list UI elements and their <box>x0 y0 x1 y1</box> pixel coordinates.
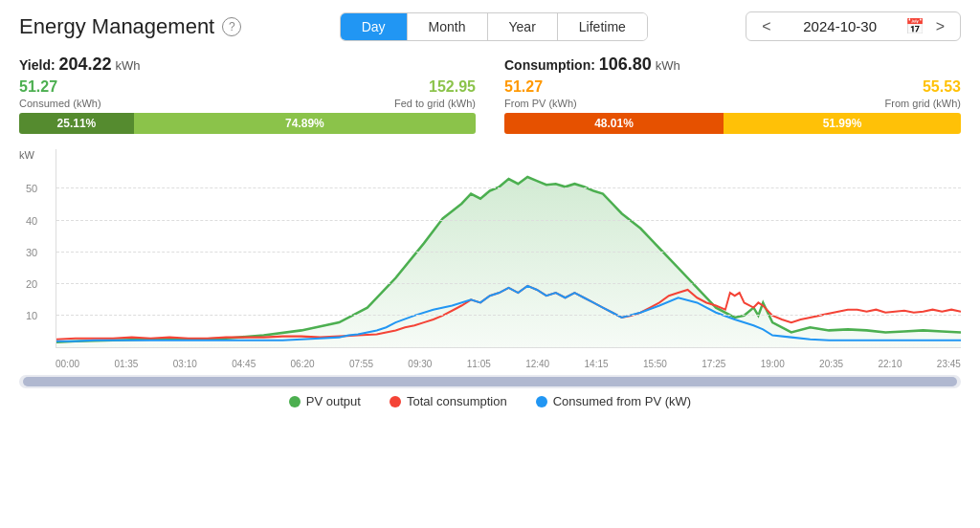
consumed-label: Consumed (kWh) <box>19 98 101 109</box>
tab-month[interactable]: Month <box>408 13 488 40</box>
x-axis-labels: 00:00 01:35 03:10 04:45 06:20 07:55 09:3… <box>56 359 961 369</box>
legend-pv-label: PV output <box>306 394 361 408</box>
consumption-bar-right: 51.99% <box>724 113 961 134</box>
date-prev-button[interactable]: < <box>758 18 774 35</box>
grid-value: 55.53 <box>923 78 961 96</box>
date-navigator: < 2024-10-30 📅 > <box>746 11 961 41</box>
chart-svg <box>56 149 961 347</box>
x-label-5: 07:55 <box>349 359 373 369</box>
page-title: Energy Management <box>19 14 214 39</box>
x-label-4: 06:20 <box>291 359 315 369</box>
pv-label: From PV (kWh) <box>504 98 577 109</box>
x-label-12: 19:00 <box>761 359 785 369</box>
legend-consumption-dot <box>390 396 401 407</box>
date-display: 2024-10-30 <box>783 18 898 34</box>
x-label-8: 12:40 <box>525 359 549 369</box>
legend-consumed-pv-label: Consumed from PV (kW) <box>553 394 691 408</box>
x-label-2: 03:10 <box>173 359 197 369</box>
x-label-13: 20:35 <box>819 359 843 369</box>
fed-value: 152.95 <box>429 78 476 96</box>
chart-plot-area: 50 40 30 20 10 <box>56 149 961 348</box>
x-label-10: 15:50 <box>643 359 667 369</box>
x-label-1: 01:35 <box>114 359 138 369</box>
help-icon[interactable]: ? <box>222 17 241 36</box>
x-label-7: 11:05 <box>467 359 491 369</box>
x-label-9: 14:15 <box>585 359 609 369</box>
energy-chart: kW 50 40 30 20 10 <box>19 149 961 369</box>
consumption-value: 106.80 <box>599 55 652 74</box>
x-label-0: 00:00 <box>56 359 79 369</box>
tab-day[interactable]: Day <box>341 13 408 40</box>
grid-label: From grid (kWh) <box>885 98 961 109</box>
consumption-bar-left: 48.01% <box>504 113 724 134</box>
yield-label: Yield: <box>19 57 56 73</box>
yield-bar-right: 74.89% <box>134 113 476 134</box>
chart-scrollbar-track[interactable] <box>19 375 961 388</box>
chart-legend: PV output Total consumption Consumed fro… <box>19 394 961 408</box>
x-label-3: 04:45 <box>232 359 256 369</box>
legend-consumed-pv: Consumed from PV (kW) <box>536 394 691 408</box>
yield-bar-left: 25.11% <box>19 113 134 134</box>
pv-fill <box>56 177 961 347</box>
legend-total-consumption: Total consumption <box>390 394 507 408</box>
fed-label: Fed to grid (kWh) <box>394 98 476 109</box>
yield-block: Yield: 204.22 kWh 51.27 152.95 Consumed … <box>19 55 476 140</box>
calendar-icon[interactable]: 📅 <box>905 17 924 35</box>
tab-year[interactable]: Year <box>488 13 558 40</box>
x-label-6: 09:30 <box>408 359 432 369</box>
yield-progress-bar: 25.11% 74.89% <box>19 113 476 134</box>
consumption-progress-bar: 48.01% 51.99% <box>504 113 961 134</box>
x-label-15: 23:45 <box>937 359 961 369</box>
period-tabs: Day Month Year Lifetime <box>340 12 648 41</box>
x-label-14: 22:10 <box>878 359 902 369</box>
legend-consumed-pv-dot <box>536 396 547 407</box>
date-next-button[interactable]: > <box>932 18 948 35</box>
consumption-label: Consumption: <box>504 57 595 73</box>
consumed-value: 51.27 <box>19 78 57 96</box>
yield-value: 204.22 <box>59 55 112 74</box>
consumption-unit: kWh <box>656 58 680 73</box>
consumption-block: Consumption: 106.80 kWh 51.27 55.53 From… <box>504 55 961 140</box>
x-label-11: 17:25 <box>702 359 725 369</box>
chart-y-label: kW <box>19 149 34 161</box>
pv-value: 51.27 <box>504 78 543 96</box>
legend-pv-output: PV output <box>289 394 361 408</box>
legend-pv-dot <box>289 396 301 407</box>
legend-consumption-label: Total consumption <box>407 394 507 408</box>
yield-unit: kWh <box>115 58 140 73</box>
chart-scrollbar-thumb[interactable] <box>23 377 957 386</box>
tab-lifetime[interactable]: Lifetime <box>558 13 647 40</box>
